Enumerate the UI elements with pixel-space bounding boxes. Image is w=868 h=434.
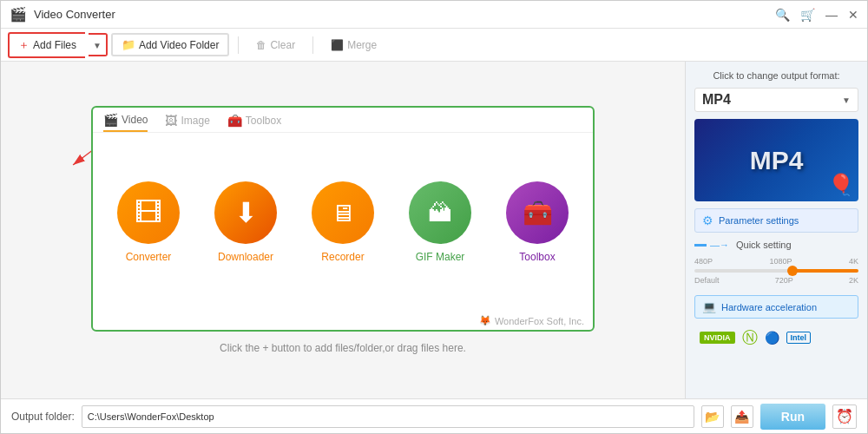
run-button[interactable]: Run [760, 404, 825, 430]
open-output-button[interactable]: 📤 [731, 405, 753, 428]
label-2k: 2K [849, 276, 858, 285]
hw-accel-icon: 💻 [702, 300, 716, 313]
tab-video[interactable]: 🎬 Video [103, 113, 148, 132]
parameter-settings-label: Parameter settings [719, 215, 799, 226]
center-area: 🎬 Video 🖼 Image 🧰 Toolbox [1, 62, 685, 398]
main-window: 🎬 Video Converter 🔍 🛒 — ✕ ＋ Add Files ▼ … [0, 0, 868, 434]
alarm-icon: ⏰ [836, 408, 853, 424]
video-tab-label: Video [122, 114, 148, 126]
clear-label: Clear [270, 39, 295, 51]
folder-open-icon: 📂 [705, 410, 720, 424]
toolbox-item-label: Toolbox [519, 251, 555, 263]
format-chevron-icon: ▼ [842, 95, 851, 105]
gif-maker-item[interactable]: 🏔 GIF Maker [409, 181, 471, 263]
output-path-input[interactable] [82, 405, 694, 428]
toolbar: ＋ Add Files ▼ 📁 Add Video Folder 🗑 Clear… [1, 29, 867, 62]
add-video-folder-label: Add Video Folder [139, 39, 220, 51]
drop-panel-footer: 🦊 WonderFox Soft, Inc. [93, 312, 593, 330]
add-files-button[interactable]: ＋ Add Files [8, 32, 85, 58]
separator-1 [238, 36, 239, 54]
clear-button[interactable]: 🗑 Clear [247, 36, 304, 55]
plus-icon: ＋ [18, 37, 30, 53]
toolbox-icon-circle: 🧰 [506, 181, 569, 244]
add-video-folder-button[interactable]: 📁 Add Video Folder [111, 33, 230, 56]
drop-panel: 🎬 Video 🖼 Image 🧰 Toolbox [91, 106, 595, 332]
format-label: Click to change output format: [694, 70, 858, 81]
main-content: 🎬 Video 🖼 Image 🧰 Toolbox [1, 62, 867, 398]
hint-text: Click the + button to add files/folder,o… [220, 342, 466, 354]
downloader-label: Downloader [218, 251, 273, 263]
merge-button[interactable]: ⬛ Merge [322, 36, 385, 55]
quality-slider[interactable]: 480P 1080P 4K Default 720P 2K [694, 257, 858, 288]
gif-maker-label: GIF Maker [416, 251, 465, 263]
hardware-acceleration-button[interactable]: 💻 Hardware acceleration [694, 295, 858, 319]
app-title: Video Converter [34, 8, 768, 21]
label-4k: 4K [849, 257, 858, 266]
upload-icon: 📤 [734, 410, 749, 424]
quality-labels-bottom: Default 720P 2K [694, 276, 858, 285]
hw-accel-label: Hardware acceleration [721, 302, 817, 312]
add-files-dropdown[interactable]: ▼ [89, 33, 108, 56]
quick-setting-label: —→ Quick setting [694, 240, 858, 250]
image-tab-label: Image [181, 115, 209, 127]
gif-maker-icon: 🏔 [428, 199, 452, 227]
alarm-button[interactable]: ⏰ [832, 404, 857, 429]
settings-icon: ⚙ [702, 214, 713, 227]
converter-icon-circle: 🎞 [117, 181, 180, 244]
format-preview: MP4 🎈 [694, 119, 858, 201]
quality-track [694, 269, 858, 273]
converter-item[interactable]: 🎞 Converter [117, 181, 180, 263]
intel-badge-icon: 🔵 [765, 331, 779, 345]
recorder-icon-circle: 🖥 [312, 181, 374, 244]
parameter-settings-button[interactable]: ⚙ Parameter settings [694, 208, 858, 233]
label-default: Default [694, 276, 720, 285]
close-button[interactable]: ✕ [848, 8, 858, 22]
titlebar-controls: 🔍 🛒 — ✕ [775, 8, 858, 22]
downloader-item[interactable]: ⬇ Downloader [214, 181, 277, 263]
minimize-button[interactable]: — [825, 8, 838, 22]
toolbox-item[interactable]: 🧰 Toolbox [506, 181, 569, 263]
add-files-label: Add Files [33, 39, 76, 51]
cart-icon[interactable]: 🛒 [800, 8, 815, 22]
toolbox-tab-icon: 🧰 [227, 114, 242, 128]
recorder-item[interactable]: 🖥 Recorder [312, 181, 374, 263]
downloader-icon: ⬇ [234, 196, 258, 229]
run-label: Run [781, 410, 805, 424]
quality-labels-top: 480P 1080P 4K [694, 257, 858, 266]
converter-label: Converter [126, 251, 172, 263]
trash-icon: 🗑 [256, 39, 266, 51]
converter-icon: 🎞 [135, 197, 162, 229]
format-selector[interactable]: MP4 ▼ [694, 88, 858, 112]
wonderfox-label: WonderFox Soft, Inc. [495, 316, 584, 326]
gif-maker-icon-circle: 🏔 [409, 181, 471, 244]
chevron-down-icon: ▼ [93, 41, 102, 50]
browse-folder-button[interactable]: 📂 [701, 405, 724, 428]
right-panel: Click to change output format: MP4 ▼ MP4… [685, 62, 867, 398]
app-icon: 🎬 [10, 6, 27, 23]
format-preview-text: MP4 [750, 146, 804, 175]
label-480p: 480P [694, 257, 713, 266]
preview-image-icon: 🎈 [828, 173, 854, 197]
toolbox-icon: 🧰 [523, 199, 553, 227]
nvidia-badge-icon: Ⓝ [742, 327, 758, 348]
video-tab-icon: 🎬 [103, 113, 118, 127]
gpu-logos: NVIDIA Ⓝ 🔵 Intel [694, 326, 858, 350]
intel-logo: Intel [786, 332, 812, 344]
wonderfox-icon: 🦊 [479, 315, 491, 326]
image-tab-icon: 🖼 [165, 114, 177, 128]
merge-icon: ⬛ [331, 39, 344, 51]
merge-label: Merge [347, 39, 377, 51]
downloader-icon-circle: ⬇ [214, 181, 277, 244]
label-720p: 720P [775, 276, 793, 285]
quick-setting-dash: —→ [710, 240, 729, 250]
drop-icons: 🎞 Converter ⬇ Downloader 🖥 [93, 133, 593, 312]
drop-panel-tabs: 🎬 Video 🖼 Image 🧰 Toolbox [93, 108, 593, 133]
folder-icon: 📁 [122, 38, 135, 51]
label-1080p: 1080P [769, 257, 792, 266]
tab-toolbox[interactable]: 🧰 Toolbox [227, 113, 281, 132]
titlebar: 🎬 Video Converter 🔍 🛒 — ✕ [1, 1, 867, 29]
tab-image[interactable]: 🖼 Image [165, 113, 209, 132]
format-value: MP4 [702, 92, 731, 108]
separator-2 [312, 36, 313, 54]
search-icon[interactable]: 🔍 [775, 8, 790, 22]
